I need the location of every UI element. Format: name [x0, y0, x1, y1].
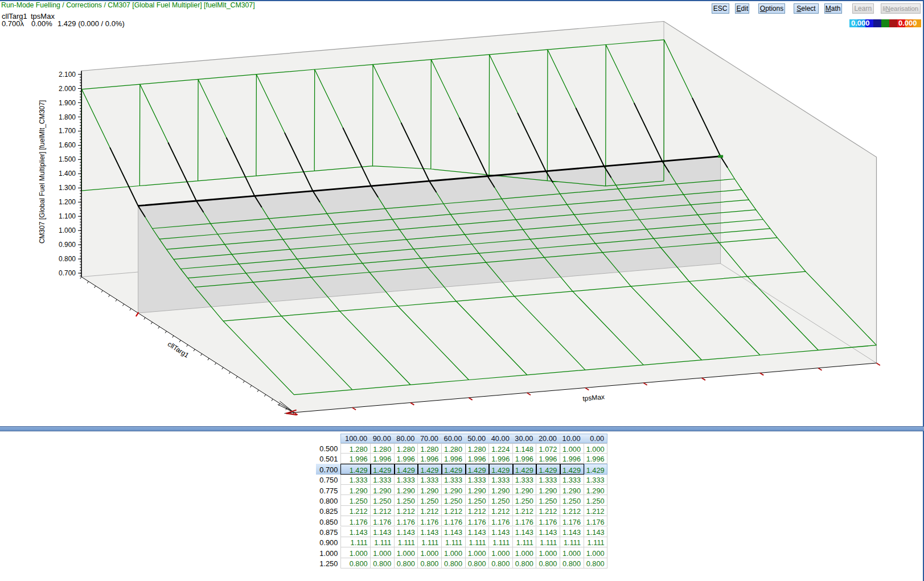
svg-text:2.100: 2.100 [59, 71, 76, 79]
svg-text:CM307 [Global Fuel Multiplier]: CM307 [Global Fuel Multiplier] [fuelMlt_… [38, 100, 46, 244]
svg-text:1.400: 1.400 [59, 170, 76, 178]
svg-text:0.800: 0.800 [59, 255, 76, 263]
svg-text:1.600: 1.600 [59, 141, 76, 149]
svg-text:1.200: 1.200 [59, 198, 76, 206]
svg-text:1.100: 1.100 [59, 212, 76, 220]
svg-text:0.700: 0.700 [59, 269, 76, 277]
svg-text:1.700: 1.700 [59, 127, 76, 135]
svg-text:2.000: 2.000 [59, 85, 76, 93]
svg-text:1.300: 1.300 [59, 184, 76, 192]
svg-text:1.000: 1.000 [59, 226, 76, 234]
svg-text:0.900: 0.900 [59, 241, 76, 249]
svg-text:1.900: 1.900 [59, 99, 76, 107]
svg-text:1.800: 1.800 [59, 113, 76, 121]
svg-text:tpsMax: tpsMax [582, 393, 605, 402]
svg-text:1.500: 1.500 [59, 155, 76, 163]
